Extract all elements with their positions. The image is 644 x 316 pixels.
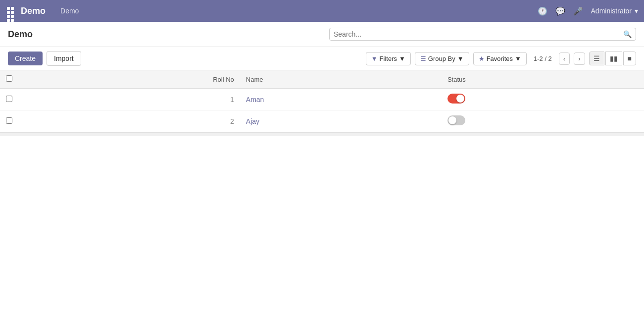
pagination-next[interactable]: › [574, 53, 585, 65]
filters-label: Filters [380, 55, 397, 62]
toolbar-right: ▼ Filters ▼ ☰ Group By ▼ ★ Favorites ▼ 1… [366, 52, 636, 65]
user-menu[interactable]: Administrator ▾ [591, 7, 638, 15]
topnav-right: 🕐 💬 🎤 Administrator ▾ [538, 6, 638, 16]
create-button[interactable]: Create [8, 52, 43, 65]
header-roll-no: Roll No [18, 70, 240, 89]
pagination-info: 1-2 / 2 [534, 55, 552, 62]
user-dropdown-icon: ▾ [635, 7, 638, 15]
filters-dropdown-icon: ▼ [399, 55, 405, 62]
table-row: 2Ajay [0, 110, 644, 132]
pagination-prev[interactable]: ‹ [559, 53, 570, 65]
table-row: 1Aman [0, 89, 644, 110]
cell-roll-no: 1 [18, 89, 240, 110]
favorites-dropdown-icon: ▼ [515, 55, 521, 62]
header-status: Status [442, 70, 644, 89]
main-content: Demo 🔍 Create Import ▼ Filters ▼ ☰ Group… [0, 22, 644, 316]
search-input[interactable] [334, 30, 623, 38]
top-navbar: Demo Demo 🕐 💬 🎤 Administrator ▾ [0, 0, 644, 22]
page-header: Demo 🔍 [0, 22, 644, 47]
cell-name[interactable]: Ajay [240, 110, 442, 132]
nav-menu-demo[interactable]: Demo [55, 7, 84, 15]
data-table: Roll No Name Status 1Aman2Ajay [0, 70, 644, 132]
group-by-button[interactable]: ☰ Group By ▼ [415, 52, 469, 65]
filters-button[interactable]: ▼ Filters ▼ [366, 52, 411, 65]
list-view-button[interactable]: ☰ [589, 52, 604, 65]
clock-icon[interactable]: 🕐 [538, 6, 547, 16]
mic-icon[interactable]: 🎤 [573, 6, 583, 16]
grid-view-button[interactable]: ■ [623, 52, 636, 65]
favorites-button[interactable]: ★ Favorites ▼ [473, 52, 527, 65]
group-by-dropdown-icon: ▼ [457, 55, 464, 62]
app-title: Demo [21, 6, 46, 16]
cell-name[interactable]: Aman [240, 89, 442, 110]
star-icon: ★ [479, 55, 485, 62]
status-toggle[interactable] [447, 94, 465, 104]
status-toggle[interactable] [447, 115, 465, 125]
toolbar: Create Import ▼ Filters ▼ ☰ Group By ▼ ★… [0, 47, 644, 70]
user-label: Administrator [591, 7, 632, 15]
search-icon[interactable]: 🔍 [623, 30, 632, 38]
import-button[interactable]: Import [47, 51, 81, 66]
header-name: Name [240, 70, 442, 89]
group-by-icon: ☰ [420, 55, 426, 62]
chart-view-button[interactable]: ▮▮ [605, 52, 622, 65]
filter-icon: ▼ [371, 55, 378, 62]
section-divider [0, 132, 644, 136]
cell-status [442, 89, 644, 110]
page-title: Demo [8, 29, 33, 40]
name-link[interactable]: Ajay [246, 117, 259, 125]
search-bar: 🔍 [329, 28, 636, 41]
cell-roll-no: 2 [18, 110, 240, 132]
name-link[interactable]: Aman [246, 96, 264, 104]
favorites-label: Favorites [487, 55, 513, 62]
apps-grid-icon[interactable] [6, 6, 16, 16]
row-checkbox[interactable] [6, 96, 12, 102]
view-switcher: ☰ ▮▮ ■ [589, 52, 636, 65]
select-all-checkbox[interactable] [6, 75, 12, 82]
row-checkbox[interactable] [6, 117, 12, 124]
chat-icon[interactable]: 💬 [555, 6, 565, 16]
group-by-label: Group By [428, 55, 455, 62]
table-header-row: Roll No Name Status [0, 70, 644, 89]
cell-status [442, 110, 644, 132]
header-checkbox-col [0, 70, 18, 89]
